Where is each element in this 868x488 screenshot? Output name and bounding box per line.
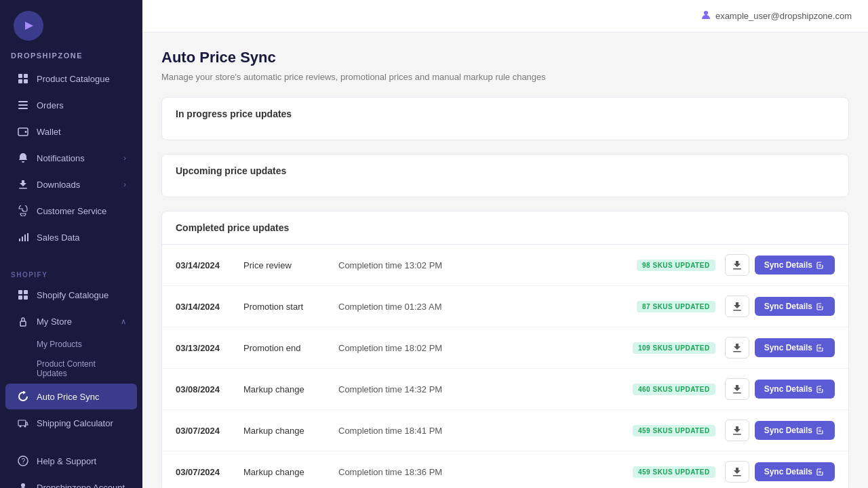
- sync-date-0: 03/14/2024: [176, 260, 243, 270]
- user-avatar-icon: [701, 9, 711, 23]
- svg-rect-6: [18, 101, 28, 102]
- sidebar-label-my-store: My Store: [37, 317, 121, 327]
- dropshipzone-account-icon: [16, 481, 30, 488]
- sidebar-label-help-support: Help & Support: [37, 456, 126, 466]
- completed-rows-container: 03/14/2024 Price review Completion time …: [162, 245, 848, 488]
- sidebar-item-auto-price-sync[interactable]: Auto Price Sync: [5, 384, 137, 409]
- sidebar-label-product-content-updates: Product Content Updates: [37, 359, 126, 378]
- sync-date-5: 03/07/2024: [176, 467, 243, 477]
- sync-date-3: 03/08/2024: [176, 384, 243, 394]
- sync-details-button-1[interactable]: Sync Details: [755, 297, 835, 316]
- shopify-section-label: SHOPIFY: [0, 262, 142, 281]
- sidebar-item-wallet[interactable]: Wallet: [5, 119, 137, 144]
- orders-icon: [16, 98, 30, 112]
- sidebar-item-downloads[interactable]: Downloads ›: [5, 171, 137, 197]
- sync-details-button-3[interactable]: Sync Details: [755, 380, 835, 399]
- logo-icon: [14, 11, 43, 41]
- svg-rect-38: [821, 303, 824, 306]
- svg-rect-56: [818, 471, 821, 472]
- table-row: 03/08/2024 Markup change Completion time…: [162, 369, 848, 410]
- svg-rect-14: [22, 237, 23, 241]
- help-support-icon: ?: [16, 454, 30, 468]
- download-button-1[interactable]: [725, 296, 749, 317]
- svg-rect-37: [818, 307, 821, 308]
- sidebar-item-orders[interactable]: Orders: [5, 92, 137, 118]
- notifications-icon: [16, 151, 30, 165]
- sync-completion-4: Completion time 18:41 PM: [338, 426, 633, 436]
- download-button-3[interactable]: [725, 378, 749, 400]
- sidebar-item-product-content-updates[interactable]: Product Content Updates: [5, 354, 137, 383]
- sidebar-item-shipping-calculator[interactable]: Shipping Calculator: [5, 410, 137, 436]
- svg-rect-31: [818, 264, 821, 265]
- sidebar-bottom-nav: ? Help & Support Dropshipzone Account Lo…: [0, 447, 142, 488]
- sidebar-item-my-store[interactable]: My Store ∧: [5, 308, 137, 334]
- svg-rect-29: [733, 268, 741, 270]
- sidebar-item-my-products[interactable]: My Products: [5, 335, 137, 354]
- svg-rect-36: [818, 306, 821, 306]
- upcoming-card: Upcoming price updates: [161, 154, 849, 197]
- sidebar-item-notifications[interactable]: Notifications ›: [5, 145, 137, 171]
- sidebar-label-sales-data: Sales Data: [37, 232, 126, 243]
- sidebar-label-dropshipzone-account: Dropshipzone Account: [37, 483, 126, 489]
- svg-rect-18: [24, 290, 28, 294]
- svg-rect-33: [821, 262, 824, 265]
- auto-price-sync-icon: [16, 390, 30, 403]
- sidebar-item-sales-data[interactable]: Sales Data: [5, 224, 137, 250]
- sync-completion-2: Completion time 18:02 PM: [338, 343, 633, 353]
- completed-title: Completed price updates: [162, 211, 848, 245]
- table-row: 03/14/2024 Promotion start Completion ti…: [162, 286, 848, 327]
- download-button-2[interactable]: [725, 337, 749, 359]
- sidebar-item-shopify-catalogue[interactable]: Shopify Catalogue: [5, 282, 137, 308]
- notifications-chevron: ›: [123, 154, 126, 162]
- svg-rect-3: [24, 74, 28, 78]
- user-info: example_user@dropshipzone.com: [701, 9, 852, 23]
- in-progress-title: In progress price updates: [176, 108, 835, 119]
- my-store-chevron: ∧: [121, 317, 126, 326]
- my-store-icon: [16, 314, 30, 328]
- download-button-0[interactable]: [725, 254, 749, 276]
- topbar: example_user@dropshipzone.com: [142, 0, 868, 33]
- sync-details-button-5[interactable]: Sync Details: [755, 462, 835, 481]
- svg-rect-34: [733, 310, 741, 311]
- download-button-5[interactable]: [725, 461, 749, 483]
- download-button-4[interactable]: [725, 420, 749, 441]
- sidebar: DROPSHIPZONE Product Catalogue Orders Wa…: [0, 0, 142, 488]
- content-area: Auto Price Sync Manage your store's auto…: [142, 33, 868, 488]
- sync-completion-1: Completion time 01:23 AM: [338, 302, 637, 312]
- in-progress-card: In progress price updates: [161, 97, 849, 140]
- svg-rect-54: [733, 475, 741, 476]
- sidebar-item-dropshipzone-account[interactable]: Dropshipzone Account: [5, 474, 137, 488]
- sync-details-button-0[interactable]: Sync Details: [755, 256, 835, 274]
- sync-type-5: Markup change: [243, 467, 338, 477]
- sidebar-item-help-support[interactable]: ? Help & Support: [5, 448, 137, 474]
- shopify-catalogue-icon: [16, 288, 30, 302]
- svg-rect-57: [818, 472, 821, 473]
- svg-rect-52: [818, 431, 821, 432]
- sidebar-label-shipping-calculator: Shipping Calculator: [37, 418, 126, 428]
- sidebar-item-product-catalogue[interactable]: Product Catalogue: [5, 66, 137, 92]
- sync-date-1: 03/14/2024: [176, 302, 243, 312]
- svg-rect-42: [818, 348, 821, 349]
- sync-completion-0: Completion time 13:02 PM: [338, 260, 637, 270]
- sidebar-item-customer-service[interactable]: Customer Service: [5, 198, 137, 224]
- sync-badge-2: 109 SKUS UPDATED: [633, 342, 715, 354]
- sync-type-4: Markup change: [243, 426, 338, 436]
- shipping-calculator-icon: [16, 416, 30, 430]
- svg-rect-11: [19, 188, 27, 189]
- main-content: example_user@dropshipzone.com Auto Price…: [142, 0, 868, 488]
- sync-details-button-2[interactable]: Sync Details: [755, 338, 835, 357]
- svg-rect-53: [821, 427, 824, 430]
- sidebar-shopify-nav: Shopify Catalogue My Store ∧ My Products…: [0, 281, 142, 436]
- svg-point-10: [25, 131, 27, 133]
- page-title: Auto Price Sync: [161, 49, 849, 66]
- svg-rect-46: [818, 388, 821, 389]
- svg-rect-21: [20, 321, 26, 326]
- table-row: 03/13/2024 Promotion end Completion time…: [162, 327, 848, 369]
- svg-rect-44: [733, 392, 741, 394]
- sync-details-button-4[interactable]: Sync Details: [755, 421, 835, 440]
- downloads-icon: [16, 178, 30, 191]
- svg-rect-7: [18, 104, 28, 106]
- sales-data-icon: [16, 230, 30, 244]
- sidebar-label-shopify-catalogue: Shopify Catalogue: [37, 290, 126, 300]
- wallet-icon: [16, 125, 30, 138]
